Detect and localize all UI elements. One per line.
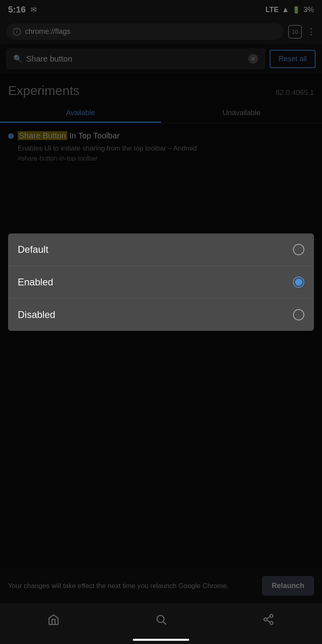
dropdown-overlay: Default Enabled Disabled [8,233,314,331]
nav-search[interactable] [155,613,167,625]
svg-point-3 [264,618,267,621]
svg-line-5 [266,620,270,622]
bottom-nav [0,604,322,644]
radio-enabled-fill [295,279,302,286]
dropdown-option-enabled[interactable]: Enabled [8,266,314,299]
dropdown-option-disabled[interactable]: Disabled [8,299,314,331]
nav-home[interactable] [47,613,60,625]
svg-point-2 [270,614,273,617]
search-nav-icon [155,613,167,625]
svg-point-4 [270,621,273,625]
svg-line-6 [266,617,270,619]
radio-default [293,244,304,255]
radio-disabled [293,309,304,320]
option-disabled-label: Disabled [18,309,55,320]
option-enabled-label: Enabled [18,277,53,288]
home-indicator [133,639,189,641]
share-nav-icon [262,613,275,625]
radio-enabled [293,277,304,288]
svg-line-1 [163,621,166,624]
option-default-label: Default [18,244,48,255]
svg-point-0 [157,615,164,623]
home-icon [47,613,60,625]
dropdown-option-default[interactable]: Default [8,233,314,266]
nav-share[interactable] [262,613,275,625]
